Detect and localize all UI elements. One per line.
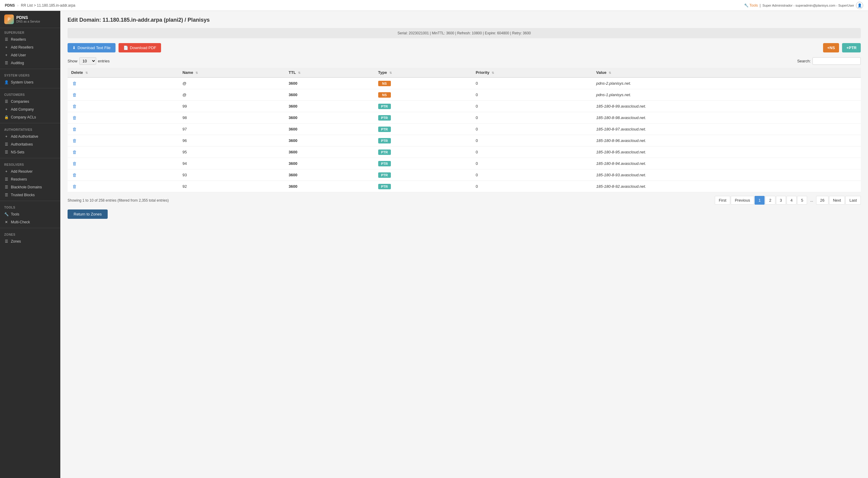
value-cell: 185-180-8-95.avascloud.net. (593, 146, 861, 158)
sidebar-item-trusted-blocks[interactable]: ☰Trusted Blocks (0, 191, 60, 199)
delete-button[interactable]: 🗑 (71, 149, 78, 155)
section-zones: Zones (0, 230, 60, 238)
table-row: 🗑 @ 3600 NS 0 pdns-1.planisys.net. (67, 89, 861, 101)
sidebar-item-blackhole-domains[interactable]: ☰Blackhole Domains (0, 183, 60, 191)
page-3-button[interactable]: 3 (776, 196, 786, 205)
tools-nav-link[interactable]: 🔧 Tools (744, 3, 758, 7)
delete-button[interactable]: 🗑 (71, 126, 78, 132)
delete-cell: 🗑 (67, 181, 179, 192)
sidebar-item-add-company[interactable]: +Add Company (0, 105, 60, 113)
type-cell: PTR (375, 124, 472, 135)
list-icon: ☰ (4, 193, 8, 197)
sidebar-item-multi-check[interactable]: ✕Multi-Check (0, 218, 60, 226)
sidebar-item-resellers[interactable]: ☰Resellers (0, 36, 60, 43)
page-4-button[interactable]: 4 (786, 196, 797, 205)
delete-button[interactable]: 🗑 (71, 114, 78, 121)
sidebar-item-resolvers[interactable]: ☰Resolvers (0, 175, 60, 183)
sidebar-label: Add Resellers (11, 45, 33, 49)
page-2-button[interactable]: 2 (765, 196, 775, 205)
sidebar-item-ns-sets[interactable]: ☰NS-Sets (0, 148, 60, 156)
records-table: Delete ⇅ Name ⇅ TTL ⇅ Type ⇅ Priority ⇅ … (67, 68, 861, 192)
delete-button[interactable]: 🗑 (71, 160, 78, 167)
sidebar-item-add-authoritative[interactable]: +Add Authoritative (0, 133, 60, 140)
section-customers: Customers (0, 90, 60, 98)
list-icon: ☰ (4, 239, 8, 243)
delete-cell: 🗑 (67, 101, 179, 112)
page-title: Edit Domain: 11.180.185.in-addr.arpa (pl… (67, 17, 861, 23)
download-pdf-button[interactable]: 📄 Download PDF (119, 43, 161, 53)
page-26-button[interactable]: 26 (816, 196, 828, 205)
type-badge: PTR (378, 127, 391, 132)
delete-button[interactable]: 🗑 (71, 137, 78, 144)
list-icon: ☰ (4, 142, 8, 146)
page-1-button[interactable]: 1 (754, 196, 765, 205)
sidebar-label: Multi-Check (11, 220, 30, 224)
col-value[interactable]: Value ⇅ (593, 68, 861, 77)
col-type[interactable]: Type ⇅ (375, 68, 472, 77)
sidebar-item-auditlog[interactable]: ☰Auditlog (0, 59, 60, 67)
col-delete[interactable]: Delete ⇅ (67, 68, 179, 77)
first-page-button[interactable]: First (715, 196, 730, 205)
list-icon: ☰ (4, 37, 8, 42)
add-ptr-button[interactable]: +PTR (842, 43, 861, 53)
download-text-button[interactable]: ⬇ Download Text File (67, 43, 116, 53)
sidebar-item-company-acls[interactable]: 🔒Company ACLs (0, 113, 60, 121)
sidebar-item-add-resolver[interactable]: +Add Resolver (0, 168, 60, 175)
delete-button[interactable]: 🗑 (71, 80, 78, 87)
delete-button[interactable]: 🗑 (71, 92, 78, 98)
previous-page-button[interactable]: Previous (731, 196, 754, 205)
list-icon: ☰ (4, 61, 8, 65)
app-name: PDNS (16, 15, 40, 20)
search-input[interactable] (812, 57, 861, 65)
sidebar-label: Auditlog (11, 61, 24, 65)
priority-cell: 0 (472, 77, 592, 89)
sidebar-label: Authoritatives (11, 142, 33, 146)
col-priority[interactable]: Priority ⇅ (472, 68, 592, 77)
top-navigation: PDNS › RR List > 11.180.185.in-addr.arpa… (0, 0, 868, 11)
page-5-button[interactable]: 5 (797, 196, 807, 205)
type-cell: PTR (375, 169, 472, 181)
section-system-users: System Users (0, 71, 60, 78)
value-cell: pdns-2.planisys.net. (593, 77, 861, 89)
entries-select[interactable]: 10 25 50 100 (79, 57, 96, 65)
delete-button[interactable]: 🗑 (71, 172, 78, 178)
sidebar-item-companies[interactable]: ☰Companies (0, 98, 60, 105)
search-box: Search: (797, 57, 861, 65)
sidebar-label: Companies (11, 99, 29, 104)
app-subtitle: DNS as a Service (16, 20, 40, 24)
sidebar-item-add-user[interactable]: +Add User (0, 51, 60, 59)
next-page-button[interactable]: Next (829, 196, 845, 205)
domain-info-bar: Serial: 2023021001 | MinTTL: 3600 | Refr… (67, 28, 861, 38)
sidebar-item-add-resellers[interactable]: +Add Resellers (0, 43, 60, 51)
user-icon: 👤 (4, 80, 8, 84)
pdf-icon: 📄 (123, 45, 128, 50)
sidebar-item-authoritatives[interactable]: ☰Authoritatives (0, 140, 60, 148)
col-name[interactable]: Name ⇅ (179, 68, 285, 77)
table-row: 🗑 93 3600 PTR 0 185-180-8-93.avascloud.n… (67, 169, 861, 181)
nav-pipe: | (760, 3, 761, 7)
ttl-cell: 3600 (285, 146, 375, 158)
name-cell: 93 (179, 169, 285, 181)
delete-button[interactable]: 🗑 (71, 103, 78, 109)
type-badge: PTR (378, 149, 391, 155)
sidebar-item-zones[interactable]: ☰Zones (0, 238, 60, 245)
last-page-button[interactable]: Last (845, 196, 861, 205)
sidebar-item-system-users[interactable]: 👤System Users (0, 78, 60, 86)
delete-cell: 🗑 (67, 146, 179, 158)
col-ttl[interactable]: TTL ⇅ (285, 68, 375, 77)
type-badge: PTR (378, 115, 391, 121)
user-avatar[interactable]: 👤 (856, 2, 863, 9)
type-cell: NS (375, 77, 472, 89)
type-badge: NS (378, 92, 391, 98)
sidebar-item-tools[interactable]: 🔧Tools (0, 210, 60, 218)
wrench-icon: 🔧 (4, 212, 8, 216)
ttl-cell: 3600 (285, 77, 375, 89)
delete-cell: 🗑 (67, 77, 179, 89)
table-row: 🗑 94 3600 PTR 0 185-180-8-94.avascloud.n… (67, 158, 861, 169)
delete-button[interactable]: 🗑 (71, 183, 78, 190)
return-to-zones-button[interactable]: Return to Zones (67, 209, 108, 219)
section-authoritatives: Authoritatives (0, 125, 60, 133)
priority-cell: 0 (472, 158, 592, 169)
delete-cell: 🗑 (67, 124, 179, 135)
add-ns-button[interactable]: +NS (823, 43, 839, 53)
